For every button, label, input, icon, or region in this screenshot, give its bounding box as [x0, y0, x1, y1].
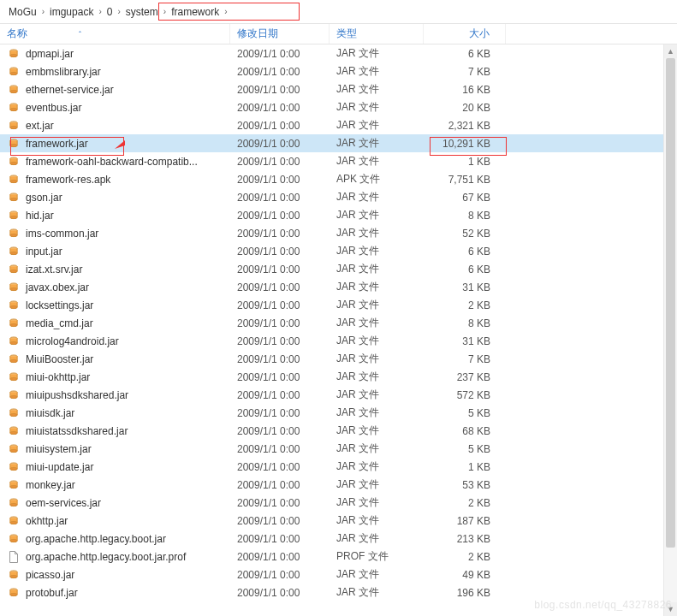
- chevron-right-icon[interactable]: ›: [116, 7, 122, 16]
- file-row[interactable]: gson.jar2009/1/1 0:00JAR 文件67 KB: [0, 188, 677, 206]
- file-name-cell: media_cmd.jar: [0, 317, 230, 330]
- file-row[interactable]: miuisdk.jar2009/1/1 0:00JAR 文件5 KB: [0, 404, 677, 422]
- file-row[interactable]: okhttp.jar2009/1/1 0:00JAR 文件187 KB: [0, 512, 677, 530]
- file-row[interactable]: embmslibrary.jar2009/1/1 0:00JAR 文件7 KB: [0, 62, 677, 80]
- jar-file-icon: [7, 299, 21, 312]
- file-row[interactable]: ext.jar2009/1/1 0:00JAR 文件2,321 KB: [0, 116, 677, 134]
- file-type-cell: JAR 文件: [330, 424, 424, 438]
- svg-point-41: [10, 413, 17, 416]
- breadcrumb-item-imgupack[interactable]: imgupack: [46, 0, 97, 23]
- file-name-cell: microlog4android.jar: [0, 335, 230, 348]
- file-row[interactable]: miuisystem.jar2009/1/1 0:00JAR 文件5 KB: [0, 440, 677, 458]
- vertical-scrollbar[interactable]: ▲ ▼: [663, 44, 677, 616]
- svg-point-45: [10, 449, 17, 452]
- scroll-track[interactable]: [664, 58, 677, 602]
- file-row[interactable]: oem-services.jar2009/1/1 0:00JAR 文件2 KB: [0, 494, 677, 512]
- file-name-cell: izat.xt.srv.jar: [0, 263, 230, 276]
- file-row[interactable]: hid.jar2009/1/1 0:00JAR 文件8 KB: [0, 206, 677, 224]
- file-row[interactable]: locksettings.jar2009/1/1 0:00JAR 文件2 KB: [0, 296, 677, 314]
- chevron-right-icon[interactable]: ›: [162, 7, 168, 16]
- file-name-label: miuipushsdkshared.jar: [26, 389, 128, 401]
- file-row[interactable]: framework.jar2009/1/1 0:00JAR 文件10,291 K…: [0, 134, 677, 152]
- file-name-cell: MiuiBooster.jar: [0, 352, 230, 366]
- chevron-right-icon[interactable]: ›: [97, 7, 103, 16]
- breadcrumb-item-system[interactable]: system: [122, 0, 162, 23]
- file-date-cell: 2009/1/1 0:00: [230, 587, 330, 599]
- jar-file-icon: [7, 263, 21, 276]
- file-type-cell: JAR 文件: [330, 82, 424, 97]
- file-name-label: miui-okhttp.jar: [26, 371, 90, 383]
- file-type-cell: JAR 文件: [330, 531, 424, 546]
- chevron-right-icon[interactable]: ›: [223, 7, 229, 16]
- jar-file-icon: [7, 47, 21, 61]
- file-type-cell: JAR 文件: [330, 118, 424, 133]
- breadcrumb-item-0[interactable]: 0: [104, 0, 116, 23]
- jar-file-icon: [7, 352, 21, 366]
- file-list[interactable]: dpmapi.jar2009/1/1 0:00JAR 文件6 KBembmsli…: [0, 44, 677, 601]
- file-row[interactable]: picasso.jar2009/1/1 0:00JAR 文件49 KB: [0, 566, 677, 583]
- file-date-cell: 2009/1/1 0:00: [230, 192, 330, 204]
- file-type-cell: JAR 文件: [330, 441, 424, 456]
- file-row[interactable]: org.apache.http.legacy.boot.jar2009/1/1 …: [0, 530, 677, 548]
- file-row[interactable]: MiuiBooster.jar2009/1/1 0:00JAR 文件7 KB: [0, 350, 677, 368]
- file-type-cell: JAR 文件: [330, 262, 424, 276]
- scroll-thumb[interactable]: [666, 58, 675, 548]
- file-date-cell: 2009/1/1 0:00: [230, 48, 330, 60]
- file-row[interactable]: monkey.jar2009/1/1 0:00JAR 文件53 KB: [0, 476, 677, 494]
- scroll-up-button[interactable]: ▲: [664, 44, 677, 58]
- file-name-label: microlog4android.jar: [26, 335, 119, 347]
- breadcrumb-item-framework[interactable]: framework: [168, 0, 223, 23]
- column-header-type[interactable]: 类型: [330, 24, 424, 44]
- breadcrumb-item-mogu[interactable]: MoGu: [5, 0, 40, 23]
- file-date-cell: 2009/1/1 0:00: [230, 120, 330, 132]
- file-name-label: locksettings.jar: [26, 299, 93, 311]
- file-size-cell: 2 KB: [424, 299, 506, 311]
- prof-file-icon: [7, 550, 21, 564]
- file-date-cell: 2009/1/1 0:00: [230, 443, 330, 455]
- file-name-cell: dpmapi.jar: [0, 47, 230, 61]
- file-size-cell: 10,291 KB: [424, 138, 506, 150]
- svg-point-17: [10, 198, 17, 200]
- scroll-down-button[interactable]: ▼: [664, 602, 677, 616]
- file-row[interactable]: microlog4android.jar2009/1/1 0:00JAR 文件3…: [0, 332, 677, 350]
- chevron-right-icon[interactable]: ›: [40, 7, 46, 16]
- file-row[interactable]: protobuf.jar2009/1/1 0:00JAR 文件196 KB: [0, 583, 677, 601]
- file-row[interactable]: ims-common.jar2009/1/1 0:00JAR 文件52 KB: [0, 224, 677, 242]
- jar-file-icon: [7, 65, 21, 79]
- file-row[interactable]: media_cmd.jar2009/1/1 0:00JAR 文件8 KB: [0, 314, 677, 332]
- file-row[interactable]: ethernet-service.jar2009/1/1 0:00JAR 文件1…: [0, 80, 677, 98]
- jar-file-icon: [7, 478, 21, 492]
- file-row[interactable]: miuipushsdkshared.jar2009/1/1 0:00JAR 文件…: [0, 386, 677, 404]
- file-size-cell: 572 KB: [424, 389, 506, 401]
- file-row[interactable]: eventbus.jar2009/1/1 0:00JAR 文件20 KB: [0, 98, 677, 116]
- file-row[interactable]: miui-okhttp.jar2009/1/1 0:00JAR 文件237 KB: [0, 368, 677, 386]
- file-row[interactable]: javax.obex.jar2009/1/1 0:00JAR 文件31 KB: [0, 278, 677, 296]
- file-row[interactable]: miui-update.jar2009/1/1 0:00JAR 文件1 KB: [0, 458, 677, 476]
- file-row[interactable]: framework-res.apk2009/1/1 0:00APK 文件7,75…: [0, 170, 677, 188]
- file-size-cell: 6 KB: [424, 48, 506, 60]
- file-row[interactable]: dpmapi.jar2009/1/1 0:00JAR 文件6 KB: [0, 44, 677, 62]
- file-date-cell: 2009/1/1 0:00: [230, 515, 330, 527]
- file-type-cell: JAR 文件: [330, 190, 424, 204]
- column-header-size[interactable]: 大小: [424, 24, 506, 44]
- file-date-cell: 2009/1/1 0:00: [230, 246, 330, 258]
- file-date-cell: 2009/1/1 0:00: [230, 228, 330, 240]
- file-name-label: miui-update.jar: [26, 461, 93, 473]
- file-row[interactable]: input.jar2009/1/1 0:00JAR 文件6 KB: [0, 242, 677, 260]
- file-row[interactable]: miuistatssdkshared.jar2009/1/1 0:00JAR 文…: [0, 422, 677, 440]
- jar-file-icon: [7, 137, 21, 151]
- jar-file-icon: [7, 442, 21, 456]
- file-row[interactable]: org.apache.http.legacy.boot.jar.prof2009…: [0, 548, 677, 566]
- jar-file-icon: [7, 424, 21, 438]
- file-row[interactable]: framework-oahl-backward-compatib...2009/…: [0, 152, 677, 170]
- svg-point-31: [10, 323, 17, 326]
- file-name-label: ext.jar: [26, 120, 54, 132]
- file-size-cell: 1 KB: [424, 461, 506, 473]
- file-row[interactable]: izat.xt.srv.jar2009/1/1 0:00JAR 文件6 KB: [0, 260, 677, 278]
- column-header-date[interactable]: 修改日期: [230, 24, 330, 44]
- column-header-name[interactable]: 名称 ˆ: [0, 24, 230, 44]
- svg-point-49: [10, 485, 17, 488]
- apk-file-icon: [7, 173, 21, 187]
- file-name-cell: miuisdk.jar: [0, 406, 230, 420]
- file-date-cell: 2009/1/1 0:00: [230, 389, 330, 401]
